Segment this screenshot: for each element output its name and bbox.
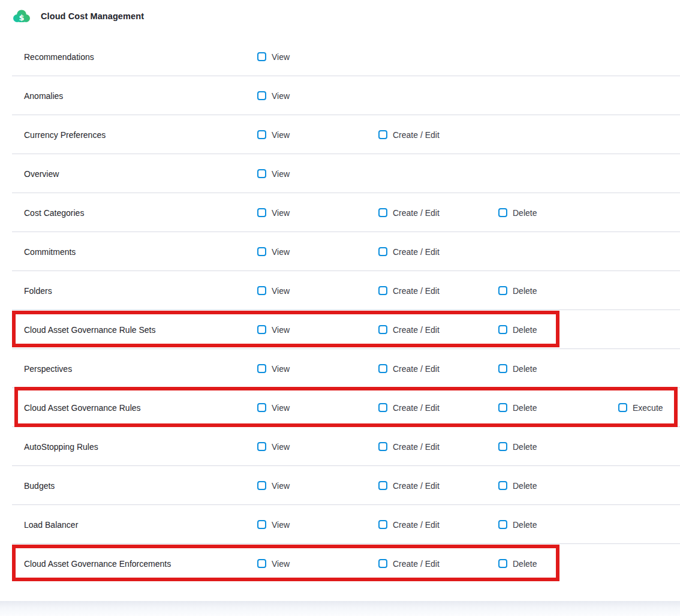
- view-checkbox[interactable]: [257, 481, 266, 490]
- row-label: Recommendations: [24, 52, 94, 62]
- permission-row: Folders ViewCreate / EditDelete: [0, 271, 680, 310]
- execute-checkbox[interactable]: [618, 403, 627, 412]
- create-edit-checkbox[interactable]: [378, 208, 387, 217]
- view-checkbox[interactable]: [257, 247, 266, 256]
- delete-permission-cell: Delete: [498, 559, 537, 569]
- create-edit-checkbox[interactable]: [378, 403, 387, 412]
- create-edit-checkbox[interactable]: [378, 442, 387, 451]
- delete-checkbox[interactable]: [498, 481, 507, 490]
- row-label: Load Balancer: [24, 520, 78, 530]
- view-checkbox-label: View: [272, 286, 290, 296]
- view-checkbox-label: View: [272, 559, 290, 569]
- create-edit-checkbox-label: Create / Edit: [393, 130, 440, 140]
- view-permission-cell: View: [257, 325, 290, 335]
- row-label: Currency Preferences: [24, 130, 106, 140]
- row-label: Anomalies: [24, 91, 63, 101]
- view-checkbox[interactable]: [257, 208, 266, 217]
- delete-checkbox[interactable]: [498, 364, 507, 373]
- delete-permission-cell: Delete: [498, 403, 537, 413]
- create-edit-permission-cell: Create / Edit: [378, 130, 440, 140]
- create-edit-checkbox-label: Create / Edit: [393, 286, 440, 296]
- create-edit-checkbox-label: Create / Edit: [393, 364, 440, 374]
- row-label: Overview: [24, 169, 59, 179]
- delete-checkbox[interactable]: [498, 559, 507, 568]
- delete-checkbox-label: Delete: [513, 364, 537, 374]
- create-edit-permission-cell: Create / Edit: [378, 364, 440, 374]
- view-permission-cell: View: [257, 169, 290, 179]
- view-checkbox[interactable]: [257, 520, 266, 529]
- view-permission-cell: View: [257, 130, 290, 140]
- view-checkbox[interactable]: [257, 169, 266, 178]
- view-checkbox[interactable]: [257, 364, 266, 373]
- row-label: Commitments: [24, 247, 76, 257]
- view-permission-cell: View: [257, 559, 290, 569]
- view-permission-cell: View: [257, 52, 290, 62]
- delete-checkbox[interactable]: [498, 403, 507, 412]
- delete-checkbox-label: Delete: [513, 325, 537, 335]
- view-checkbox[interactable]: [257, 52, 266, 61]
- view-checkbox-label: View: [272, 130, 290, 140]
- create-edit-checkbox[interactable]: [378, 130, 387, 139]
- permissions-panel: $ Cloud Cost Management Recommendations …: [0, 0, 680, 616]
- delete-checkbox-label: Delete: [513, 208, 537, 218]
- dollar-glyph: $: [19, 13, 24, 22]
- delete-permission-cell: Delete: [498, 481, 537, 491]
- row-label: Cost Categories: [24, 208, 84, 218]
- permissions-rows: Recommendations View Anomalies View Curr…: [0, 37, 680, 583]
- create-edit-checkbox-label: Create / Edit: [393, 208, 440, 218]
- view-checkbox[interactable]: [257, 325, 266, 334]
- view-permission-cell: View: [257, 403, 290, 413]
- view-checkbox[interactable]: [257, 91, 266, 100]
- delete-permission-cell: Delete: [498, 325, 537, 335]
- view-permission-cell: View: [257, 91, 290, 101]
- delete-checkbox[interactable]: [498, 520, 507, 529]
- view-checkbox-label: View: [272, 403, 290, 413]
- permission-row: Cloud Asset Governance Enforcements View…: [0, 544, 680, 583]
- view-checkbox[interactable]: [257, 403, 266, 412]
- view-checkbox[interactable]: [257, 442, 266, 451]
- permission-row: Cloud Asset Governance Rule Sets ViewCre…: [0, 310, 680, 349]
- create-edit-permission-cell: Create / Edit: [378, 520, 440, 530]
- view-checkbox-label: View: [272, 52, 290, 62]
- row-label: Budgets: [24, 481, 55, 491]
- delete-checkbox[interactable]: [498, 208, 507, 217]
- delete-checkbox[interactable]: [498, 325, 507, 334]
- view-checkbox-label: View: [272, 91, 290, 101]
- delete-checkbox[interactable]: [498, 442, 507, 451]
- view-checkbox-label: View: [272, 442, 290, 452]
- create-edit-checkbox[interactable]: [378, 325, 387, 334]
- view-checkbox-label: View: [272, 520, 290, 530]
- delete-checkbox[interactable]: [498, 286, 507, 295]
- create-edit-checkbox[interactable]: [378, 481, 387, 490]
- row-label: Perspectives: [24, 364, 72, 374]
- permission-row: Budgets ViewCreate / EditDelete: [0, 466, 680, 505]
- permission-row: Anomalies View: [0, 76, 680, 115]
- view-checkbox-label: View: [272, 364, 290, 374]
- create-edit-checkbox[interactable]: [378, 364, 387, 373]
- create-edit-checkbox[interactable]: [378, 559, 387, 568]
- view-permission-cell: View: [257, 364, 290, 374]
- view-checkbox[interactable]: [257, 286, 266, 295]
- delete-permission-cell: Delete: [498, 364, 537, 374]
- view-permission-cell: View: [257, 481, 290, 491]
- view-checkbox[interactable]: [257, 130, 266, 139]
- permission-row: Currency Preferences ViewCreate / Edit: [0, 115, 680, 154]
- create-edit-checkbox-label: Create / Edit: [393, 520, 440, 530]
- execute-checkbox-label: Execute: [633, 403, 663, 413]
- row-label: Cloud Asset Governance Rule Sets: [24, 325, 155, 335]
- delete-checkbox-label: Delete: [513, 442, 537, 452]
- create-edit-checkbox[interactable]: [378, 247, 387, 256]
- create-edit-checkbox-label: Create / Edit: [393, 442, 440, 452]
- view-checkbox[interactable]: [257, 559, 266, 568]
- permission-row: AutoStopping Rules ViewCreate / EditDele…: [0, 427, 680, 466]
- permission-row: Perspectives ViewCreate / EditDelete: [0, 349, 680, 388]
- permission-row: Commitments ViewCreate / Edit: [0, 232, 680, 271]
- delete-checkbox-label: Delete: [513, 481, 537, 491]
- create-edit-permission-cell: Create / Edit: [378, 442, 440, 452]
- create-edit-permission-cell: Create / Edit: [378, 481, 440, 491]
- delete-checkbox-label: Delete: [513, 559, 537, 569]
- create-edit-checkbox[interactable]: [378, 520, 387, 529]
- create-edit-checkbox-label: Create / Edit: [393, 247, 440, 257]
- create-edit-checkbox[interactable]: [378, 286, 387, 295]
- view-checkbox-label: View: [272, 247, 290, 257]
